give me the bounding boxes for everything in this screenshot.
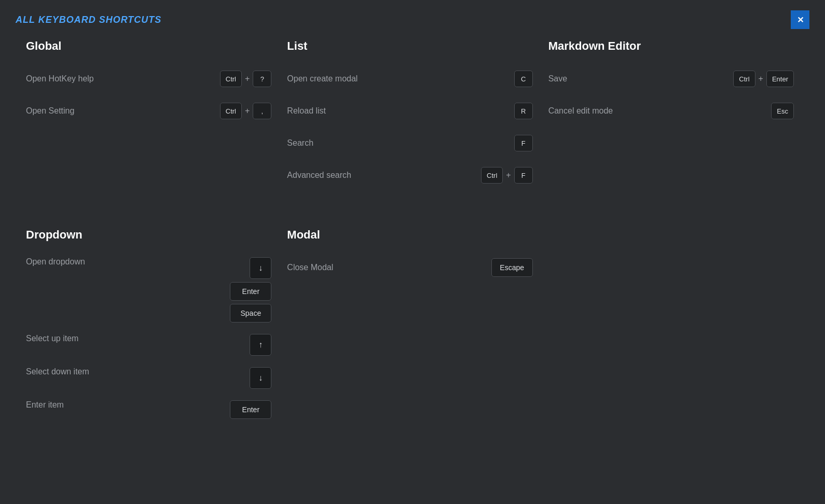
shortcut-label: Open create modal: [287, 74, 358, 83]
shortcut-cancel-edit: Cancel edit mode Esc: [548, 101, 794, 121]
shortcut-open-setting: Open Setting Ctrl + ,: [26, 101, 271, 121]
shortcut-select-down-item: Select down item ↓: [26, 367, 271, 389]
markdown-editor-section: Markdown Editor Save Ctrl + Enter Cancel…: [543, 39, 804, 218]
keys-group: Enter: [230, 400, 271, 419]
keys-group: Esc: [771, 103, 794, 119]
modal-title: ALL KEYBOARD SHORTCUTS: [16, 15, 161, 25]
keys-group: F: [514, 135, 533, 151]
plus-sign: +: [506, 171, 511, 180]
shortcut-open-hotkey-help: Open HotKey help Ctrl + ?: [26, 68, 271, 89]
dropdown-section-title: Dropdown: [26, 228, 271, 242]
empty-column: [543, 228, 804, 453]
shortcut-open-create-modal: Open create modal C: [287, 68, 532, 89]
key-enter: Enter: [766, 71, 794, 87]
shortcut-close-modal: Close Modal Escape: [287, 257, 532, 278]
shortcut-label: Advanced search: [287, 171, 351, 180]
key-r: R: [514, 103, 533, 119]
shortcut-label: Open Setting: [26, 106, 74, 116]
shortcut-label: Reload list: [287, 106, 326, 116]
key-ctrl: Ctrl: [733, 71, 755, 87]
list-section: List Open create modal C Reload list R S…: [282, 39, 543, 218]
key-up-arrow: ↑: [250, 334, 271, 356]
shortcut-reload-list: Reload list R: [287, 101, 532, 121]
global-section: Global Open HotKey help Ctrl + ? Open Se…: [21, 39, 282, 218]
modal-container: ALL KEYBOARD SHORTCUTS ✕ Global Open Hot…: [0, 0, 825, 504]
shortcut-label: Search: [287, 138, 313, 148]
modal-section-title: Modal: [287, 228, 532, 242]
shortcut-enter-item: Enter item Enter: [26, 400, 271, 421]
keys-group: C: [514, 71, 533, 87]
key-ctrl: Ctrl: [220, 71, 242, 87]
close-button[interactable]: ✕: [791, 10, 809, 29]
markdown-editor-section-title: Markdown Editor: [548, 39, 794, 53]
key-ctrl: Ctrl: [481, 167, 503, 184]
shortcut-search: Search F: [287, 133, 532, 153]
keys-group: ↓ Enter Space: [230, 257, 271, 323]
key-question: ?: [253, 71, 271, 87]
global-section-title: Global: [26, 39, 271, 53]
shortcut-save: Save Ctrl + Enter: [548, 68, 794, 89]
shortcut-label: Cancel edit mode: [548, 106, 613, 116]
modal-section: Modal Close Modal Escape: [282, 228, 543, 453]
key-space: Space: [230, 304, 271, 323]
shortcut-label: Open dropdown: [26, 257, 85, 267]
key-ctrl: Ctrl: [220, 103, 242, 119]
keys-group: Ctrl + ,: [220, 103, 272, 119]
key-enter: Enter: [230, 400, 271, 419]
keys-group: Escape: [491, 258, 533, 277]
keys-group: ↓: [250, 367, 271, 389]
plus-sign: +: [759, 74, 763, 83]
plus-sign: +: [245, 106, 250, 116]
key-f: F: [514, 167, 533, 184]
keys-group: Ctrl + Enter: [733, 71, 794, 87]
keys-group: Ctrl + F: [481, 167, 533, 184]
key-f: F: [514, 135, 533, 151]
key-enter: Enter: [230, 282, 271, 301]
key-c: C: [514, 71, 533, 87]
modal-header: ALL KEYBOARD SHORTCUTS ✕: [0, 0, 825, 34]
key-down-arrow: ↓: [250, 367, 271, 389]
shortcut-label: Open HotKey help: [26, 74, 94, 83]
shortcut-label: Select up item: [26, 334, 78, 343]
list-section-title: List: [287, 39, 532, 53]
keys-group: R: [514, 103, 533, 119]
shortcut-label: Select down item: [26, 367, 89, 376]
shortcut-open-dropdown: Open dropdown ↓ Enter Space: [26, 257, 271, 323]
shortcut-label: Enter item: [26, 400, 64, 410]
plus-sign: +: [245, 74, 250, 83]
dropdown-section: Dropdown Open dropdown ↓ Enter Space Sel…: [21, 228, 282, 453]
shortcut-label: Save: [548, 74, 567, 83]
key-comma: ,: [253, 103, 271, 119]
key-esc: Esc: [771, 103, 794, 119]
keys-group: Ctrl + ?: [220, 71, 272, 87]
shortcut-advanced-search: Advanced search Ctrl + F: [287, 165, 532, 186]
shortcut-label: Close Modal: [287, 263, 333, 272]
key-down-arrow: ↓: [250, 257, 271, 279]
shortcut-select-up-item: Select up item ↑: [26, 334, 271, 356]
keys-group: ↑: [250, 334, 271, 356]
key-escape: Escape: [491, 258, 533, 277]
